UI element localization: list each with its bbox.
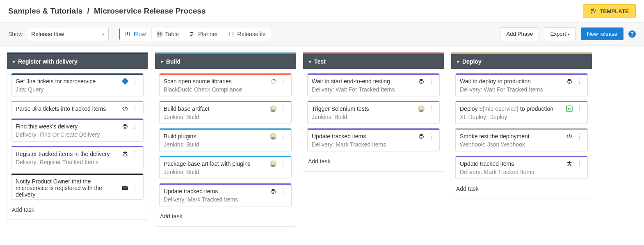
add-task-link[interactable]: Add task: [159, 211, 292, 222]
help-icon[interactable]: ?: [628, 30, 636, 38]
show-select[interactable]: Release flow: [27, 28, 109, 40]
task-card[interactable]: Build plugins⋮Jenkins: Build: [159, 128, 292, 151]
add-task-link[interactable]: Add task: [307, 156, 440, 167]
table-icon: [156, 31, 163, 37]
task-card[interactable]: Trigger Selenium tests⋮Jenkins: Build: [307, 101, 440, 124]
task-title: Scan open source libraries: [164, 78, 267, 85]
task-title: Build base artifact: [164, 105, 267, 112]
task-menu-icon[interactable]: ⋮: [131, 105, 139, 112]
add-task-link[interactable]: Add task: [11, 204, 144, 215]
task-menu-icon[interactable]: ⋮: [575, 133, 583, 140]
code-braces-icon: [228, 31, 235, 37]
task-menu-icon[interactable]: ⋮: [131, 78, 139, 85]
task-menu-icon[interactable]: ⋮: [131, 123, 139, 130]
avatar-icon: [270, 133, 276, 140]
stack-icon: [122, 151, 128, 157]
task-card[interactable]: Find this week's delivery⋮Delivery: Find…: [11, 118, 144, 142]
phase-header[interactable]: ▾Test: [303, 54, 444, 69]
phase-column: ▾TestWait to start end-to-end testing⋮De…: [303, 52, 444, 172]
phase-title: Register with delivery: [18, 58, 78, 65]
collapse-icon[interactable]: ▾: [161, 60, 163, 64]
task-title: Update tracked items: [164, 188, 267, 195]
export-button[interactable]: Export▾: [544, 27, 576, 40]
task-card[interactable]: Wait to deploy to production⋮Delivery: W…: [455, 73, 588, 96]
code-icon: [566, 133, 573, 140]
task-subtitle: Delivery: Find Or Create Delivery: [11, 131, 143, 141]
task-subtitle: XL Deploy: Deploy: [456, 114, 587, 124]
task-menu-icon[interactable]: ⋮: [427, 105, 435, 112]
task-subtitle: Delivery: Mark Tracked Items: [456, 169, 587, 179]
breadcrumb: Samples & Tutorials / Microservice Relea…: [8, 7, 206, 16]
task-title: Wait to start end-to-end testing: [312, 78, 416, 85]
task-menu-icon[interactable]: ⋮: [279, 78, 287, 85]
show-label: Show: [8, 31, 23, 37]
collapse-icon[interactable]: ▾: [309, 60, 311, 64]
task-title: Update tracked items: [460, 160, 564, 167]
task-menu-icon[interactable]: ⋮: [427, 78, 435, 85]
task-menu-icon[interactable]: ⋮: [279, 133, 287, 140]
task-menu-icon[interactable]: ⋮: [131, 185, 139, 191]
view-tab-table[interactable]: Table: [151, 28, 184, 40]
task-menu-icon[interactable]: ⋮: [575, 78, 583, 85]
phase-header[interactable]: ▾Register with delivery: [7, 54, 148, 69]
template-button[interactable]: TEMPLATE: [583, 4, 636, 18]
task-title: Deploy ${microservice} to production: [460, 105, 564, 112]
breadcrumb-separator: /: [87, 7, 89, 15]
phase-title: Build: [166, 58, 180, 65]
task-subtitle: Webhook: Json Webhook: [456, 141, 587, 151]
task-card[interactable]: Notify Product Owner that the microservi…: [11, 173, 144, 200]
phase-header[interactable]: ▾Deploy: [451, 54, 592, 69]
stack-icon: [566, 160, 573, 167]
task-subtitle: Delivery: Wait For Tracked Items: [308, 86, 439, 96]
xl-icon: [566, 105, 573, 112]
task-card[interactable]: Update tracked items⋮Delivery: Mark Trac…: [159, 183, 292, 206]
task-menu-icon[interactable]: ⋮: [279, 188, 287, 195]
task-card[interactable]: Register tracked items in the delivery⋮D…: [11, 146, 144, 169]
task-menu-icon[interactable]: ⋮: [279, 105, 287, 112]
task-menu-icon[interactable]: ⋮: [427, 133, 435, 140]
new-release-button[interactable]: New release: [581, 27, 623, 40]
task-subtitle: Jenkins: Build: [308, 114, 439, 124]
phase-header[interactable]: ▾Build: [155, 54, 296, 69]
add-task-link[interactable]: Add task: [455, 183, 588, 195]
phase-column: ▾Register with deliveryGet Jira tickets …: [7, 52, 148, 220]
phase-column: ▾DeployWait to deploy to production⋮Deli…: [451, 52, 592, 199]
avatar-icon: [270, 160, 276, 167]
task-menu-icon[interactable]: ⋮: [279, 160, 287, 167]
task-card[interactable]: Get Jira tickets for microservice⋮Jira: …: [11, 73, 144, 96]
task-subtitle: Jenkins: Build: [160, 114, 291, 124]
task-title: Package base artifact with plugins: [164, 160, 267, 167]
task-title: Get Jira tickets for microservice: [16, 78, 119, 85]
avatar-icon: [270, 105, 276, 112]
diamond-icon: [122, 78, 128, 85]
task-title: Find this week's delivery: [16, 123, 119, 130]
task-card[interactable]: Smoke test the deployment⋮Webhook: Json …: [455, 128, 588, 151]
task-menu-icon[interactable]: ⋮: [575, 160, 583, 167]
task-card[interactable]: Update tracked items⋮Delivery: Mark Trac…: [307, 128, 440, 151]
task-card[interactable]: Scan open source libraries⋮BlackDuck: Ch…: [159, 73, 292, 96]
task-card[interactable]: Parse Jira tickets into tracked items⋮: [11, 101, 144, 114]
template-button-label: TEMPLATE: [600, 8, 629, 14]
task-menu-icon[interactable]: ⋮: [575, 105, 583, 112]
breadcrumb-current: Microservice Release Process: [94, 7, 206, 15]
phase-title: Test: [314, 58, 326, 65]
breadcrumb-parent[interactable]: Samples & Tutorials: [8, 7, 82, 15]
collapse-icon[interactable]: ▾: [457, 60, 459, 64]
view-tab-planner[interactable]: Planner: [184, 28, 223, 40]
view-tab-flow[interactable]: Flow: [119, 28, 151, 40]
phase-title: Deploy: [462, 58, 482, 65]
tools-icon: [590, 8, 596, 14]
task-card[interactable]: Build base artifact⋮Jenkins: Build: [159, 101, 292, 124]
task-card[interactable]: Update tracked items⋮Delivery: Mark Trac…: [455, 156, 588, 179]
add-phase-button[interactable]: Add Phase: [500, 27, 539, 40]
task-subtitle: Jenkins: Build: [160, 141, 291, 151]
view-tab-releasefile[interactable]: Releasefile: [223, 28, 271, 40]
task-card[interactable]: Package base artifact with plugins⋮Jenki…: [159, 156, 292, 179]
svg-rect-0: [157, 32, 162, 36]
task-card[interactable]: Deploy ${microservice} to production⋮XL …: [455, 101, 588, 124]
flow-icon: [125, 31, 131, 37]
chevron-down-icon: ▾: [568, 32, 570, 37]
collapse-icon[interactable]: ▾: [13, 60, 15, 64]
task-card[interactable]: Wait to start end-to-end testing⋮Deliver…: [307, 73, 440, 96]
task-menu-icon[interactable]: ⋮: [131, 151, 139, 157]
